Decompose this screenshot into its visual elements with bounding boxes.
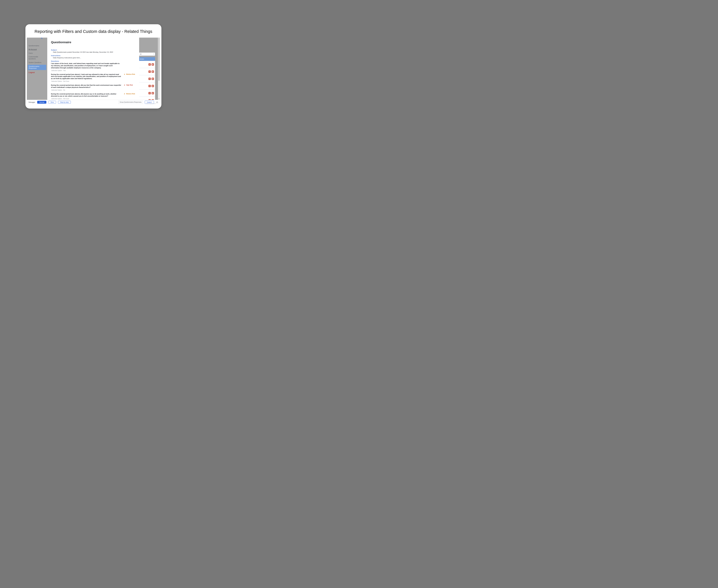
delete-button[interactable] xyxy=(152,63,154,66)
table-row xyxy=(139,82,155,89)
instructions-label: Instructions xyxy=(51,55,136,57)
selected-option: Selected Option : Not Sure xyxy=(51,80,121,82)
app-shell: Questionnaires My Account Users Customiz… xyxy=(27,38,160,104)
scrollbar[interactable] xyxy=(158,38,160,100)
debugger-bar: Debugger Normal Slow Step-by-step Group … xyxy=(27,100,160,104)
debugger-label: Debugger xyxy=(28,101,35,103)
card: Reporting with Filters and Custom data d… xyxy=(25,24,161,108)
sidebar: Questionnaires My Account Users Customiz… xyxy=(27,38,47,104)
filter-selected-label: All xyxy=(140,54,141,55)
question-text: During the covered period (see above), d… xyxy=(51,93,121,97)
modal-title: Questionnaire xyxy=(51,41,136,44)
debugger-dropdown-label: Group Questionnaires Responses xyxy=(120,101,141,103)
delete-button[interactable] xyxy=(152,70,154,73)
sidebar-item-questionnaires[interactable]: Questionnaires xyxy=(27,44,47,48)
instructions-text: Daily frequency instructions goes here..… xyxy=(51,57,136,59)
table-row xyxy=(139,61,155,68)
delete-button[interactable] xyxy=(152,78,154,80)
delete-button[interactable] xyxy=(152,92,154,94)
sidebar-item-my-account[interactable]: My Account xyxy=(27,48,47,51)
question-block: During the covered period (see above), d… xyxy=(51,84,136,92)
view-button[interactable] xyxy=(148,63,151,66)
scroll-down-icon[interactable] xyxy=(158,99,160,99)
view-button[interactable] xyxy=(148,78,151,80)
view-button[interactable] xyxy=(148,85,151,87)
flag-icon xyxy=(124,74,125,75)
question-block: During the covered period (see above), I… xyxy=(51,74,136,84)
questionnaire-modal: Questionnaire Subject Daily Questionnair… xyxy=(47,38,139,104)
table-row xyxy=(139,75,155,82)
question-text: During the covered period (see above), I… xyxy=(51,74,121,80)
sidebar-item-system-questions[interactable]: System Questions xyxy=(27,61,47,64)
question-block: I am aware of the local, state, and fede… xyxy=(51,62,136,73)
action-column-header: Action xyxy=(139,57,155,61)
question-text: During the covered period (see above), d… xyxy=(51,84,121,88)
subject-text: Daily Questionnaire posted December 16 2… xyxy=(51,51,136,53)
sidebar-nav: Questionnaires My Account Users Customiz… xyxy=(27,44,47,75)
svg-line-1 xyxy=(42,39,42,39)
subject-label: Subject xyxy=(51,49,136,51)
risk-label: Medium Risk xyxy=(126,93,135,95)
right-column: All Action xyxy=(139,52,155,104)
table-row xyxy=(139,89,155,97)
delete-button[interactable] xyxy=(152,85,154,87)
debugger-step-button[interactable]: Step-by-step xyxy=(58,101,71,104)
selected-option: Selected Option : No xyxy=(51,89,121,91)
warning-icon[interactable] xyxy=(156,101,158,103)
sidebar-item-questionnaires-responses[interactable]: Questionnaires Responses xyxy=(28,65,46,70)
svg-point-0 xyxy=(41,38,42,39)
risk-label: High Risk xyxy=(126,84,133,86)
search-icon[interactable] xyxy=(41,38,43,40)
sidebar-item-users[interactable]: Users xyxy=(27,51,47,55)
scroll-thumb[interactable] xyxy=(158,38,160,81)
flag-icon xyxy=(124,85,125,86)
debugger-dropdown[interactable]: Group Questionnaires Responses xyxy=(118,101,143,104)
debugger-normal-button[interactable]: Normal xyxy=(37,101,46,104)
question-text: I am aware of the local, state, and fede… xyxy=(51,62,121,69)
selected-option: Selected Option : Not Sure xyxy=(51,98,121,100)
sidebar-logout[interactable]: Logout xyxy=(27,70,47,75)
questions-label: Questions xyxy=(51,60,136,62)
flag-icon xyxy=(124,93,125,95)
filter-dropdown[interactable]: All xyxy=(139,52,155,56)
view-button[interactable] xyxy=(148,92,151,94)
app-viewport: Questionnaires My Account Users Customiz… xyxy=(27,38,160,104)
sidebar-item-customizable-questions[interactable]: Customizable Questions xyxy=(27,55,47,61)
selected-option: Selected Option : Yes xyxy=(51,70,121,71)
table-row xyxy=(139,68,155,75)
page-title: Reporting with Filters and Custom data d… xyxy=(25,24,161,37)
risk-label: Medium Risk xyxy=(126,74,135,75)
view-button[interactable] xyxy=(148,70,151,73)
debugger-slow-button[interactable]: Slow xyxy=(48,101,56,104)
debugger-subtext: Show responsive boxes xyxy=(147,103,156,104)
